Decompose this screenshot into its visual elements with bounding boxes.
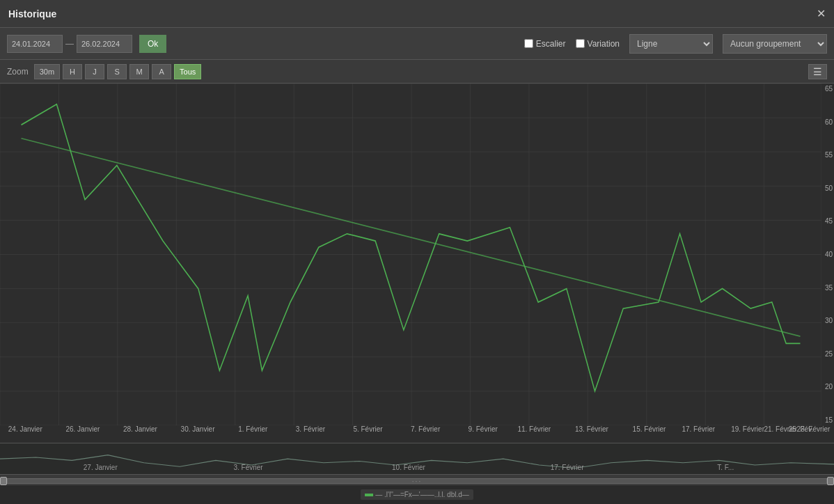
x-label-jan28: 28. Janvier: [123, 425, 157, 433]
escalier-checkbox[interactable]: [524, 39, 533, 48]
x-label-feb11: 11. Février: [517, 425, 551, 433]
x-axis: 24. Janvier 26. Janvier 28. Janvier 30. …: [0, 425, 821, 443]
zoom-30m[interactable]: 30m: [34, 64, 60, 79]
close-button[interactable]: ✕: [817, 7, 826, 20]
x-label-feb1: 1. Février: [238, 425, 267, 433]
x-label-feb25: 25. Fév.: [789, 425, 813, 433]
y-axis: 65 60 55 50 45 40 35 30 25 20 15: [821, 84, 834, 425]
zoom-tous[interactable]: Tous: [174, 64, 201, 79]
legend-bar: — .l'l''—=Fx—'——..l.l. dbl.d—: [0, 485, 834, 504]
minimap-label-feb10: 10. Février: [392, 464, 425, 471]
variation-label: Variation: [588, 39, 620, 49]
x-label-jan26: 26. Janvier: [65, 425, 100, 433]
zoom-h[interactable]: H: [63, 64, 82, 79]
y-label-55: 55: [821, 151, 834, 159]
variation-group: Variation: [576, 39, 620, 49]
chart-container: 65 60 55 50 45 40 35 30 25 20 15: [0, 84, 834, 443]
title-bar: Historique ✕: [0, 0, 834, 28]
minimap-label-tf: T. F...: [717, 464, 734, 471]
y-label-60: 60: [821, 118, 834, 126]
x-label-feb3: 3. Février: [296, 425, 325, 433]
ok-button[interactable]: Ok: [139, 35, 166, 53]
x-label-feb9: 9. Février: [469, 425, 498, 433]
zoom-m[interactable]: M: [129, 64, 149, 79]
x-label-feb19: 19. Février: [731, 425, 764, 433]
zoom-bar: Zoom 30m H J S M A Tous ☰: [0, 60, 834, 84]
y-label-20: 20: [821, 383, 834, 391]
zoom-label: Zoom: [7, 67, 29, 77]
toolbar-right: Escalier Variation Ligne Barres Aires Au…: [524, 34, 827, 54]
x-label-feb17: 17. Février: [682, 425, 715, 433]
zoom-a[interactable]: A: [152, 64, 171, 79]
minimap-label-jan27: 27. Janvier: [84, 464, 118, 471]
x-label-feb13: 13. Février: [575, 425, 608, 433]
y-label-25: 25: [821, 350, 834, 358]
date-separator: —: [65, 39, 74, 49]
date-from-input[interactable]: [7, 35, 63, 53]
y-label-35: 35: [821, 284, 834, 292]
y-label-30: 30: [821, 317, 834, 324]
minimap-label-feb17: 17. Février: [551, 464, 584, 471]
x-label-feb15: 15. Février: [633, 425, 666, 433]
escalier-group: Escalier: [524, 39, 566, 49]
minimap-scrollbar[interactable]: ···: [0, 474, 834, 485]
minimap-label-feb3: 3. Février: [233, 464, 262, 471]
variation-checkbox[interactable]: [576, 39, 585, 48]
x-label-jan24: 24. Janvier: [8, 425, 42, 433]
x-label-jan30: 30. Janvier: [181, 425, 215, 433]
toolbar: — Ok Escalier Variation Ligne Barres Air…: [0, 28, 834, 60]
scroll-center-dots: ···: [8, 479, 826, 483]
y-label-45: 45: [821, 217, 834, 225]
minimap-chart: 27. Janvier 3. Février 10. Février 17. F…: [0, 443, 834, 474]
date-range-group: —: [7, 35, 132, 53]
chart-menu-button[interactable]: ☰: [808, 64, 827, 79]
window-title: Historique: [8, 8, 56, 19]
groupement-select[interactable]: Aucun groupement Par heure Par jour: [723, 34, 827, 54]
zoom-j[interactable]: J: [85, 64, 104, 79]
legend-text: — .l'l''—=Fx—'——..l.l. dbl.d—: [375, 491, 469, 498]
y-label-40: 40: [821, 251, 834, 258]
y-label-65: 65: [821, 85, 834, 93]
minimap-container: 27. Janvier 3. Février 10. Février 17. F…: [0, 443, 834, 485]
chart-svg: [0, 84, 821, 425]
x-label-feb7: 7. Février: [411, 425, 440, 433]
y-label-50: 50: [821, 184, 834, 192]
legend-item: — .l'l''—=Fx—'——..l.l. dbl.d—: [361, 489, 473, 500]
scroll-handle-left[interactable]: [0, 477, 7, 485]
date-to-input[interactable]: [77, 35, 132, 53]
svg-line-26: [22, 139, 801, 336]
legend-color-swatch: [365, 494, 373, 496]
chart-area[interactable]: [0, 84, 821, 425]
zoom-s[interactable]: S: [107, 64, 127, 79]
scroll-handle-right[interactable]: [827, 477, 834, 485]
x-label-feb5: 5. Février: [353, 425, 382, 433]
escalier-label: Escalier: [536, 39, 566, 49]
chart-type-select[interactable]: Ligne Barres Aires: [629, 34, 713, 54]
y-label-15: 15: [821, 416, 834, 424]
window: Historique ✕ — Ok Escalier Variation Lig…: [0, 0, 834, 504]
scroll-track: ···: [7, 478, 827, 484]
